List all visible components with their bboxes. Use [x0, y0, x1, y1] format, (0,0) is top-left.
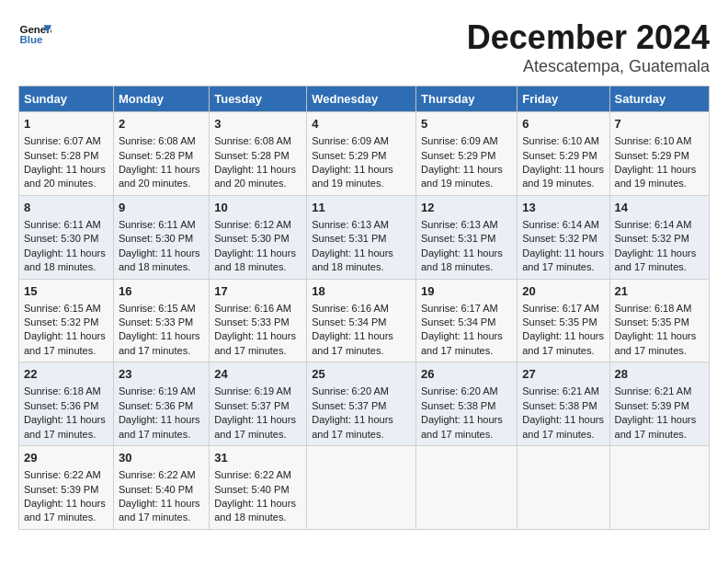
table-cell: 2Sunrise: 6:08 AMSunset: 5:28 PMDaylight… [113, 112, 209, 196]
sunset-text: Sunset: 5:38 PM [522, 400, 597, 411]
sunrise-text: Sunrise: 6:15 AM [119, 303, 196, 314]
sunset-text: Sunset: 5:36 PM [24, 400, 98, 411]
table-cell: 20Sunrise: 6:17 AMSunset: 5:35 PMDayligh… [518, 279, 609, 362]
sunset-text: Sunset: 5:30 PM [24, 233, 98, 244]
daylight-text: Daylight: 11 hours and 19 minutes. [615, 164, 697, 189]
daylight-text: Daylight: 11 hours and 17 minutes. [24, 330, 106, 355]
table-cell: 29Sunrise: 6:22 AMSunset: 5:39 PMDayligh… [19, 446, 114, 530]
table-cell: 4Sunrise: 6:09 AMSunset: 5:29 PMDaylight… [307, 112, 416, 196]
sunset-text: Sunset: 5:33 PM [119, 316, 193, 327]
day-number: 16 [119, 283, 204, 300]
day-number: 6 [522, 116, 604, 132]
daylight-text: Daylight: 11 hours and 17 minutes. [119, 414, 200, 439]
page-title: December 2024 [467, 18, 710, 57]
table-cell [416, 446, 518, 530]
sunset-text: Sunset: 5:30 PM [214, 233, 289, 244]
sunrise-text: Sunrise: 6:18 AM [24, 385, 101, 396]
table-cell: 23Sunrise: 6:19 AMSunset: 5:36 PMDayligh… [113, 362, 209, 446]
col-wednesday: Wednesday [307, 86, 416, 112]
daylight-text: Daylight: 11 hours and 19 minutes. [312, 164, 393, 189]
day-number: 29 [24, 450, 108, 466]
day-number: 28 [615, 366, 704, 383]
table-row: 1Sunrise: 6:07 AMSunset: 5:28 PMDaylight… [19, 112, 710, 196]
sunset-text: Sunset: 5:29 PM [522, 150, 597, 161]
daylight-text: Daylight: 11 hours and 20 minutes. [24, 164, 106, 189]
daylight-text: Daylight: 11 hours and 17 minutes. [421, 414, 503, 439]
day-number: 23 [119, 366, 204, 383]
sunset-text: Sunset: 5:32 PM [522, 233, 597, 244]
sunset-text: Sunset: 5:37 PM [214, 400, 289, 411]
table-row: 22Sunrise: 6:18 AMSunset: 5:36 PMDayligh… [19, 362, 710, 446]
sunset-text: Sunset: 5:40 PM [214, 484, 289, 495]
daylight-text: Daylight: 11 hours and 17 minutes. [522, 414, 604, 439]
sunset-text: Sunset: 5:34 PM [312, 316, 386, 327]
day-number: 17 [214, 283, 301, 300]
table-cell: 21Sunrise: 6:18 AMSunset: 5:35 PMDayligh… [609, 279, 709, 362]
sunset-text: Sunset: 5:39 PM [24, 484, 98, 495]
col-thursday: Thursday [416, 86, 518, 112]
sunrise-text: Sunrise: 6:12 AM [214, 219, 291, 230]
sunrise-text: Sunrise: 6:17 AM [421, 303, 498, 314]
day-number: 2 [119, 116, 204, 132]
sunset-text: Sunset: 5:38 PM [421, 400, 495, 411]
daylight-text: Daylight: 11 hours and 18 minutes. [312, 247, 393, 272]
day-number: 30 [119, 450, 204, 466]
table-cell: 8Sunrise: 6:11 AMSunset: 5:30 PMDaylight… [19, 195, 114, 279]
daylight-text: Daylight: 11 hours and 18 minutes. [119, 247, 200, 272]
daylight-text: Daylight: 11 hours and 19 minutes. [421, 164, 503, 189]
table-cell: 7Sunrise: 6:10 AMSunset: 5:29 PMDaylight… [609, 112, 709, 196]
table-cell [609, 446, 709, 530]
header: General Blue December 2024 Atescatempa, … [18, 18, 710, 76]
sunrise-text: Sunrise: 6:11 AM [119, 219, 196, 230]
sunrise-text: Sunrise: 6:11 AM [24, 219, 101, 230]
sunrise-text: Sunrise: 6:08 AM [119, 135, 196, 146]
sunrise-text: Sunrise: 6:21 AM [615, 385, 692, 396]
day-number: 21 [615, 283, 704, 300]
day-number: 8 [24, 200, 108, 216]
sunset-text: Sunset: 5:28 PM [24, 150, 98, 161]
day-number: 7 [615, 116, 704, 132]
daylight-text: Daylight: 11 hours and 17 minutes. [312, 414, 393, 439]
daylight-text: Daylight: 11 hours and 17 minutes. [214, 330, 296, 355]
daylight-text: Daylight: 11 hours and 17 minutes. [522, 330, 604, 355]
day-number: 3 [214, 116, 301, 132]
daylight-text: Daylight: 11 hours and 17 minutes. [119, 498, 200, 523]
table-cell: 13Sunrise: 6:14 AMSunset: 5:32 PMDayligh… [518, 195, 609, 279]
table-cell: 10Sunrise: 6:12 AMSunset: 5:30 PMDayligh… [210, 195, 307, 279]
day-number: 5 [421, 116, 512, 132]
table-cell: 3Sunrise: 6:08 AMSunset: 5:28 PMDaylight… [210, 112, 307, 196]
sunset-text: Sunset: 5:31 PM [312, 233, 386, 244]
logo-icon: General Blue [18, 18, 51, 52]
daylight-text: Daylight: 11 hours and 19 minutes. [522, 164, 604, 189]
sunrise-text: Sunrise: 6:14 AM [522, 219, 599, 230]
sunrise-text: Sunrise: 6:13 AM [312, 219, 389, 230]
table-cell: 14Sunrise: 6:14 AMSunset: 5:32 PMDayligh… [609, 195, 709, 279]
table-cell: 31Sunrise: 6:22 AMSunset: 5:40 PMDayligh… [210, 446, 307, 530]
daylight-text: Daylight: 11 hours and 17 minutes. [615, 330, 697, 355]
daylight-text: Daylight: 11 hours and 17 minutes. [24, 498, 106, 523]
sunrise-text: Sunrise: 6:21 AM [522, 385, 599, 396]
sunrise-text: Sunrise: 6:18 AM [615, 303, 692, 314]
sunset-text: Sunset: 5:37 PM [312, 400, 386, 411]
col-monday: Monday [113, 86, 209, 112]
sunrise-text: Sunrise: 6:20 AM [312, 385, 389, 396]
daylight-text: Daylight: 11 hours and 17 minutes. [522, 247, 604, 272]
sunset-text: Sunset: 5:35 PM [522, 316, 597, 327]
table-cell: 9Sunrise: 6:11 AMSunset: 5:30 PMDaylight… [113, 195, 209, 279]
sunset-text: Sunset: 5:31 PM [421, 233, 495, 244]
day-number: 1 [24, 116, 108, 132]
col-friday: Friday [518, 86, 609, 112]
day-number: 15 [24, 283, 108, 300]
col-sunday: Sunday [19, 86, 114, 112]
table-cell: 1Sunrise: 6:07 AMSunset: 5:28 PMDaylight… [19, 112, 114, 196]
sunrise-text: Sunrise: 6:13 AM [421, 219, 498, 230]
daylight-text: Daylight: 11 hours and 20 minutes. [214, 164, 296, 189]
table-cell: 6Sunrise: 6:10 AMSunset: 5:29 PMDaylight… [518, 112, 609, 196]
sunrise-text: Sunrise: 6:10 AM [615, 135, 692, 146]
sunset-text: Sunset: 5:28 PM [214, 150, 289, 161]
sunrise-text: Sunrise: 6:09 AM [421, 135, 498, 146]
sunrise-text: Sunrise: 6:07 AM [24, 135, 101, 146]
header-row: Sunday Monday Tuesday Wednesday Thursday… [19, 86, 710, 112]
table-cell: 27Sunrise: 6:21 AMSunset: 5:38 PMDayligh… [518, 362, 609, 446]
col-saturday: Saturday [609, 86, 709, 112]
